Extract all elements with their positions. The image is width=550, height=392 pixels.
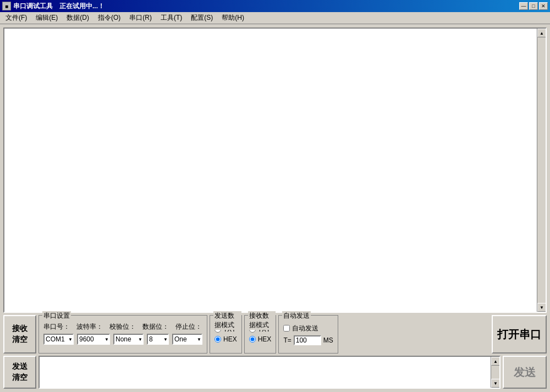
receive-clear-button[interactable]: 接收 清空: [3, 315, 36, 354]
send-hex-row: HEX: [215, 335, 237, 343]
auto-send-title: 自动发送: [282, 311, 311, 321]
send-label: 发送: [514, 365, 536, 380]
open-port-button[interactable]: 打开串口: [492, 315, 547, 354]
receive-textarea[interactable]: [4, 29, 537, 312]
port-settings-group: 串口设置 串口号： 波特率： 校验位： 数据位： 停止位： COM1 COM2 …: [38, 315, 207, 354]
stop-bit-label: 停止位：: [175, 322, 202, 332]
minimize-button[interactable]: —: [519, 2, 528, 10]
app-title: 串口调试工具: [13, 2, 53, 11]
send-scrollbar-track[interactable]: [491, 366, 499, 379]
send-text-area: ▲ ▼: [38, 356, 501, 389]
t-value-input[interactable]: [294, 335, 321, 345]
check-bit-select[interactable]: None Odd Even: [113, 334, 144, 345]
port-number-label: 串口号：: [43, 322, 70, 332]
menu-command[interactable]: 指令(O): [94, 12, 125, 24]
close-button[interactable]: ✕: [539, 2, 548, 10]
baud-rate-wrapper: 9600 19200 38400 57600 115200: [77, 334, 110, 345]
menu-file[interactable]: 文件(F): [1, 12, 31, 24]
receive-scrollbar[interactable]: ▲ ▼: [537, 29, 546, 312]
auto-send-label: 自动发送: [292, 324, 318, 333]
menu-tools[interactable]: 工具(T): [156, 12, 186, 24]
port-selects-row: COM1 COM2 COM3 COM4 9600 19200 38400 576…: [43, 334, 202, 345]
controls-area: 接收 清空 串口设置 串口号： 波特率： 校验位： 数据位： 停止位： COM1…: [3, 315, 547, 354]
send-mode-title: 发送数据模式: [213, 311, 241, 330]
recv-mode-group: 接收数据模式 TXT HEX: [244, 315, 277, 354]
scrollbar-up-btn[interactable]: ▲: [537, 29, 546, 37]
t-label: T=: [283, 336, 291, 344]
check-bit-label: 校验位：: [109, 322, 136, 332]
auto-send-group: 自动发送 自动发送 T= MS: [278, 315, 338, 354]
scrollbar-down-btn[interactable]: ▼: [537, 303, 546, 312]
data-bit-select[interactable]: 8 7 6 5: [147, 334, 169, 345]
maximize-button[interactable]: □: [529, 2, 538, 10]
port-number-select[interactable]: COM1 COM2 COM3 COM4: [43, 334, 74, 345]
recv-hex-radio[interactable]: [249, 336, 256, 343]
open-port-label: 打开串口: [497, 327, 541, 342]
send-scrollbar-down-btn[interactable]: ▼: [491, 379, 500, 388]
baud-rate-label: 波特率：: [76, 322, 103, 332]
title-bar: ■ 串口调试工具 正在试用中...！ — □ ✕: [0, 0, 550, 12]
receive-area: ▲ ▼: [3, 27, 547, 313]
main-window: ▲ ▼ 接收 清空 串口设置 串口号： 波特率： 校验位： 数据位： 停止位：: [0, 24, 550, 392]
spacer: [340, 315, 490, 354]
auto-send-checkbox[interactable]: [283, 325, 290, 332]
send-hex-label: HEX: [223, 335, 237, 343]
recv-hex-row: HEX: [249, 335, 272, 343]
send-clear-button[interactable]: 发送 清空: [3, 356, 36, 389]
menu-bar: 文件(F) 编辑(E) 数据(D) 指令(O) 串口(R) 工具(T) 配置(S…: [0, 12, 550, 24]
send-hex-radio[interactable]: [215, 336, 221, 343]
ms-label: MS: [323, 336, 333, 344]
menu-edit[interactable]: 编辑(E): [31, 12, 62, 24]
app-icon: ■: [2, 2, 11, 10]
menu-data[interactable]: 数据(D): [62, 12, 94, 24]
check-bit-wrapper: None Odd Even: [113, 334, 144, 345]
menu-help[interactable]: 帮助(H): [217, 12, 249, 24]
send-textarea[interactable]: [40, 357, 491, 388]
stop-bit-select[interactable]: One Two OnePointFive: [172, 334, 202, 345]
window-controls: — □ ✕: [519, 2, 548, 10]
port-settings-title: 串口设置: [42, 311, 71, 321]
menu-config[interactable]: 配置(S): [186, 12, 217, 24]
stop-bit-wrapper: One Two OnePointFive: [172, 334, 202, 345]
send-scrollbar[interactable]: ▲ ▼: [491, 357, 499, 388]
data-bit-wrapper: 8 7 6 5: [147, 334, 169, 345]
send-mode-group: 发送数据模式 TXT HEX: [210, 315, 242, 354]
menu-port[interactable]: 串口(R): [125, 12, 156, 24]
send-scrollbar-up-btn[interactable]: ▲: [491, 357, 500, 366]
data-bit-label: 数据位：: [142, 322, 169, 332]
send-area: 发送 清空 ▲ ▼ 发送: [3, 356, 547, 389]
baud-rate-select[interactable]: 9600 19200 38400 57600 115200: [77, 334, 110, 345]
auto-send-check-row: 自动发送: [283, 324, 333, 333]
auto-send-time-row: T= MS: [283, 335, 333, 345]
recv-hex-label: HEX: [258, 335, 272, 343]
recv-mode-title: 接收数据模式: [248, 311, 276, 330]
port-number-wrapper: COM1 COM2 COM3 COM4: [43, 334, 74, 345]
port-labels-row: 串口号： 波特率： 校验位： 数据位： 停止位：: [43, 322, 202, 332]
app-status: 正在试用中...！: [59, 2, 105, 11]
scrollbar-track[interactable]: [537, 37, 546, 303]
send-button[interactable]: 发送: [503, 356, 547, 389]
